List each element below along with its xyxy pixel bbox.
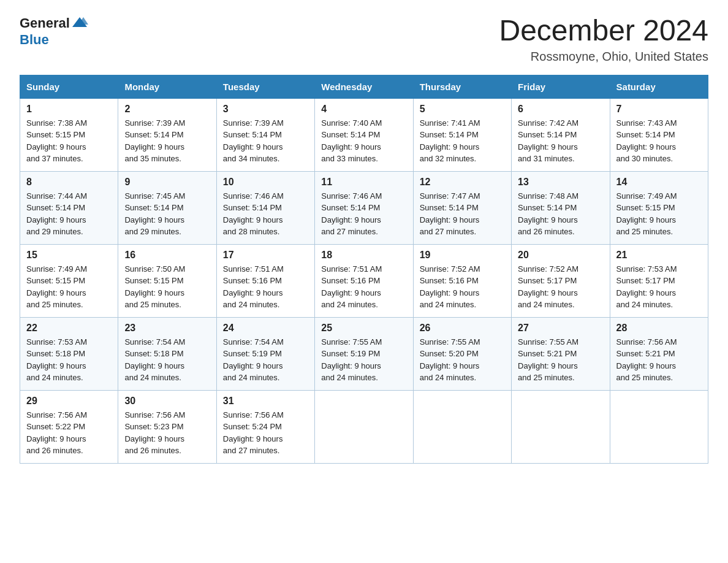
day-number: 30	[124, 396, 210, 407]
day-number: 24	[223, 323, 308, 334]
calendar-cell: 7 Sunrise: 7:43 AM Sunset: 5:14 PM Dayli…	[610, 98, 708, 171]
day-info: Sunrise: 7:56 AM Sunset: 5:23 PM Dayligh…	[124, 409, 210, 457]
calendar-cell: 27 Sunrise: 7:55 AM Sunset: 5:21 PM Dayl…	[512, 317, 610, 390]
calendar-table: Sunday Monday Tuesday Wednesday Thursday…	[20, 75, 708, 464]
calendar-cell: 19 Sunrise: 7:52 AM Sunset: 5:16 PM Dayl…	[413, 244, 511, 317]
day-number: 18	[321, 250, 406, 261]
col-thursday: Thursday	[413, 75, 511, 98]
day-info: Sunrise: 7:38 AM Sunset: 5:15 PM Dayligh…	[26, 117, 112, 165]
calendar-cell: 21 Sunrise: 7:53 AM Sunset: 5:17 PM Dayl…	[610, 244, 708, 317]
title-section: December 2024 Rossmoyne, Ohio, United St…	[499, 15, 708, 64]
calendar-title: December 2024	[499, 15, 708, 47]
day-number: 11	[321, 177, 406, 188]
calendar-cell: 4 Sunrise: 7:40 AM Sunset: 5:14 PM Dayli…	[315, 98, 413, 171]
day-info: Sunrise: 7:53 AM Sunset: 5:18 PM Dayligh…	[26, 336, 112, 384]
calendar-week-1: 1 Sunrise: 7:38 AM Sunset: 5:15 PM Dayli…	[20, 98, 708, 171]
day-number: 16	[124, 250, 210, 261]
logo-icon	[71, 15, 88, 32]
calendar-cell: 9 Sunrise: 7:45 AM Sunset: 5:14 PM Dayli…	[118, 171, 216, 244]
calendar-cell	[512, 390, 610, 463]
day-info: Sunrise: 7:51 AM Sunset: 5:16 PM Dayligh…	[321, 263, 406, 311]
day-number: 26	[420, 323, 505, 334]
col-tuesday: Tuesday	[216, 75, 314, 98]
calendar-cell: 1 Sunrise: 7:38 AM Sunset: 5:15 PM Dayli…	[20, 98, 118, 171]
logo-general-text: General	[20, 15, 70, 31]
calendar-cell: 12 Sunrise: 7:47 AM Sunset: 5:14 PM Dayl…	[413, 171, 511, 244]
calendar-cell: 17 Sunrise: 7:51 AM Sunset: 5:16 PM Dayl…	[216, 244, 314, 317]
day-number: 13	[518, 177, 603, 188]
day-number: 3	[223, 104, 308, 115]
calendar-week-4: 22 Sunrise: 7:53 AM Sunset: 5:18 PM Dayl…	[20, 317, 708, 390]
day-number: 14	[616, 177, 702, 188]
day-info: Sunrise: 7:41 AM Sunset: 5:14 PM Dayligh…	[420, 117, 505, 165]
calendar-cell: 6 Sunrise: 7:42 AM Sunset: 5:14 PM Dayli…	[512, 98, 610, 171]
col-friday: Friday	[512, 75, 610, 98]
day-number: 10	[223, 177, 308, 188]
day-number: 9	[124, 177, 210, 188]
calendar-cell: 20 Sunrise: 7:52 AM Sunset: 5:17 PM Dayl…	[512, 244, 610, 317]
calendar-cell: 26 Sunrise: 7:55 AM Sunset: 5:20 PM Dayl…	[413, 317, 511, 390]
calendar-header: Sunday Monday Tuesday Wednesday Thursday…	[20, 75, 708, 98]
calendar-cell: 23 Sunrise: 7:54 AM Sunset: 5:18 PM Dayl…	[118, 317, 216, 390]
day-info: Sunrise: 7:42 AM Sunset: 5:14 PM Dayligh…	[518, 117, 603, 165]
header-row: Sunday Monday Tuesday Wednesday Thursday…	[20, 75, 708, 98]
day-number: 25	[321, 323, 406, 334]
calendar-week-5: 29 Sunrise: 7:56 AM Sunset: 5:22 PM Dayl…	[20, 390, 708, 463]
col-sunday: Sunday	[20, 75, 118, 98]
calendar-week-2: 8 Sunrise: 7:44 AM Sunset: 5:14 PM Dayli…	[20, 171, 708, 244]
day-info: Sunrise: 7:46 AM Sunset: 5:14 PM Dayligh…	[321, 190, 406, 238]
day-number: 27	[518, 323, 603, 334]
day-number: 19	[420, 250, 505, 261]
day-number: 20	[518, 250, 603, 261]
page-header: General Blue December 2024 Rossmoyne, Oh…	[20, 15, 708, 64]
day-info: Sunrise: 7:56 AM Sunset: 5:24 PM Dayligh…	[223, 409, 308, 457]
calendar-cell: 29 Sunrise: 7:56 AM Sunset: 5:22 PM Dayl…	[20, 390, 118, 463]
day-number: 31	[223, 396, 308, 407]
day-number: 17	[223, 250, 308, 261]
day-info: Sunrise: 7:46 AM Sunset: 5:14 PM Dayligh…	[223, 190, 308, 238]
day-number: 6	[518, 104, 603, 115]
calendar-cell	[413, 390, 511, 463]
day-number: 4	[321, 104, 406, 115]
col-wednesday: Wednesday	[315, 75, 413, 98]
calendar-cell: 24 Sunrise: 7:54 AM Sunset: 5:19 PM Dayl…	[216, 317, 314, 390]
calendar-cell: 5 Sunrise: 7:41 AM Sunset: 5:14 PM Dayli…	[413, 98, 511, 171]
day-info: Sunrise: 7:48 AM Sunset: 5:14 PM Dayligh…	[518, 190, 603, 238]
day-number: 5	[420, 104, 505, 115]
day-info: Sunrise: 7:49 AM Sunset: 5:15 PM Dayligh…	[616, 190, 702, 238]
calendar-cell	[610, 390, 708, 463]
calendar-cell: 28 Sunrise: 7:56 AM Sunset: 5:21 PM Dayl…	[610, 317, 708, 390]
day-number: 7	[616, 104, 702, 115]
day-info: Sunrise: 7:55 AM Sunset: 5:21 PM Dayligh…	[518, 336, 603, 384]
calendar-cell: 13 Sunrise: 7:48 AM Sunset: 5:14 PM Dayl…	[512, 171, 610, 244]
day-number: 1	[26, 104, 112, 115]
calendar-cell: 15 Sunrise: 7:49 AM Sunset: 5:15 PM Dayl…	[20, 244, 118, 317]
calendar-cell: 25 Sunrise: 7:55 AM Sunset: 5:19 PM Dayl…	[315, 317, 413, 390]
day-number: 15	[26, 250, 112, 261]
logo: General Blue	[20, 15, 88, 48]
day-info: Sunrise: 7:53 AM Sunset: 5:17 PM Dayligh…	[616, 263, 702, 311]
calendar-cell: 16 Sunrise: 7:50 AM Sunset: 5:15 PM Dayl…	[118, 244, 216, 317]
col-saturday: Saturday	[610, 75, 708, 98]
day-info: Sunrise: 7:45 AM Sunset: 5:14 PM Dayligh…	[124, 190, 210, 238]
calendar-cell: 31 Sunrise: 7:56 AM Sunset: 5:24 PM Dayl…	[216, 390, 314, 463]
day-number: 29	[26, 396, 112, 407]
calendar-cell: 11 Sunrise: 7:46 AM Sunset: 5:14 PM Dayl…	[315, 171, 413, 244]
calendar-week-3: 15 Sunrise: 7:49 AM Sunset: 5:15 PM Dayl…	[20, 244, 708, 317]
calendar-cell: 10 Sunrise: 7:46 AM Sunset: 5:14 PM Dayl…	[216, 171, 314, 244]
day-info: Sunrise: 7:39 AM Sunset: 5:14 PM Dayligh…	[124, 117, 210, 165]
day-info: Sunrise: 7:56 AM Sunset: 5:21 PM Dayligh…	[616, 336, 702, 384]
day-number: 23	[124, 323, 210, 334]
col-monday: Monday	[118, 75, 216, 98]
day-info: Sunrise: 7:52 AM Sunset: 5:17 PM Dayligh…	[518, 263, 603, 311]
calendar-cell: 3 Sunrise: 7:39 AM Sunset: 5:14 PM Dayli…	[216, 98, 314, 171]
day-info: Sunrise: 7:47 AM Sunset: 5:14 PM Dayligh…	[420, 190, 505, 238]
day-info: Sunrise: 7:40 AM Sunset: 5:14 PM Dayligh…	[321, 117, 406, 165]
logo-blue-text: Blue	[20, 32, 49, 47]
day-info: Sunrise: 7:49 AM Sunset: 5:15 PM Dayligh…	[26, 263, 112, 311]
calendar-cell: 2 Sunrise: 7:39 AM Sunset: 5:14 PM Dayli…	[118, 98, 216, 171]
day-info: Sunrise: 7:44 AM Sunset: 5:14 PM Dayligh…	[26, 190, 112, 238]
day-info: Sunrise: 7:54 AM Sunset: 5:18 PM Dayligh…	[124, 336, 210, 384]
calendar-subtitle: Rossmoyne, Ohio, United States	[499, 50, 708, 64]
day-info: Sunrise: 7:54 AM Sunset: 5:19 PM Dayligh…	[223, 336, 308, 384]
